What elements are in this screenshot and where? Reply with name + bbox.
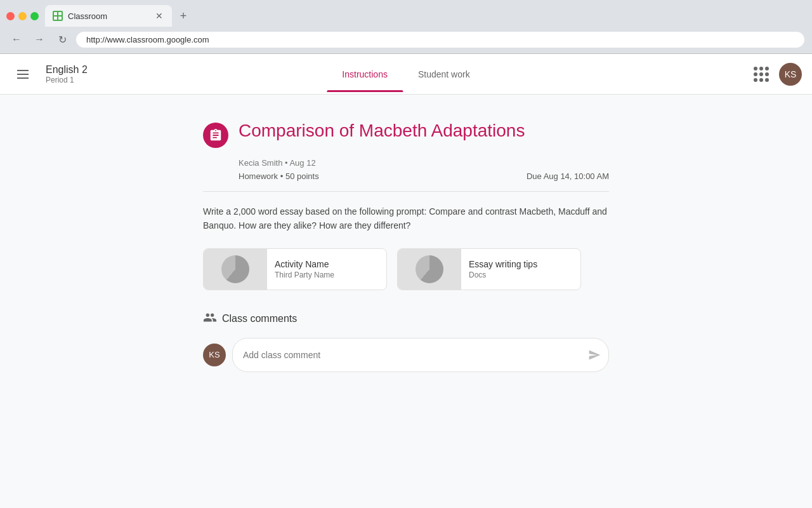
class-info: English 2 Period 1 <box>46 64 88 84</box>
attachment-info-essay-tips: Essay writing tips Docs <box>461 254 580 284</box>
assignment-due: Due Aug 14, 10:00 AM <box>527 171 609 181</box>
attachment-type-essay-tips: Docs <box>469 271 573 279</box>
content-wrapper: Comparison of Macbeth Adaptations Kecia … <box>190 120 622 372</box>
minimize-window-button[interactable] <box>18 12 27 20</box>
attachment-thumb-essay-tips <box>398 249 461 290</box>
pie-chart-icon-essay-tips <box>416 255 443 283</box>
hamburger-icon <box>17 70 29 79</box>
attachments-list: Activity Name Third Party Name Essay wri… <box>203 248 609 290</box>
tab-instructions[interactable]: Instructions <box>327 57 403 92</box>
grid-icon <box>754 67 769 82</box>
app-container: English 2 Period 1 Instructions Student … <box>0 54 812 508</box>
send-icon <box>588 349 601 361</box>
class-period: Period 1 <box>46 76 88 84</box>
attachment-type-activity: Third Party Name <box>275 271 379 279</box>
browser-addressbar: ← → ↻ <box>0 27 812 53</box>
new-tab-button[interactable]: + <box>174 7 192 25</box>
app-header: English 2 Period 1 Instructions Student … <box>0 54 812 95</box>
attachment-name-essay-tips: Essay writing tips <box>469 259 573 269</box>
assignment-type-points: Homework • 50 points <box>239 171 319 181</box>
svg-rect-0 <box>54 12 57 15</box>
maximize-window-button[interactable] <box>30 12 39 20</box>
comment-input-wrapper[interactable] <box>232 338 609 372</box>
svg-rect-3 <box>58 17 62 20</box>
browser-titlebar: Classroom ✕ + <box>0 0 812 27</box>
comment-input-row: KS <box>203 338 609 372</box>
menu-button[interactable] <box>10 62 36 87</box>
comments-header: Class comments <box>203 311 609 328</box>
clipboard-icon <box>209 128 223 142</box>
header-right: KS <box>749 62 802 87</box>
comments-section: Class comments KS <box>203 311 609 372</box>
assignment-icon <box>203 123 228 148</box>
attachment-thumb-activity <box>204 249 267 290</box>
attachment-card-essay-tips[interactable]: Essay writing tips Docs <box>397 248 581 290</box>
apps-button[interactable] <box>749 62 774 87</box>
browser-chrome: Classroom ✕ + ← → ↻ <box>0 0 812 54</box>
reload-button[interactable]: ↻ <box>53 30 71 48</box>
send-comment-button[interactable] <box>583 344 606 366</box>
tab-student-work[interactable]: Student work <box>403 57 485 92</box>
attachment-name-activity: Activity Name <box>275 259 379 269</box>
comments-label: Class comments <box>222 313 297 324</box>
class-name: English 2 <box>46 64 88 76</box>
comments-people-icon <box>203 311 217 328</box>
pie-chart-icon-activity <box>221 255 249 283</box>
svg-rect-1 <box>58 12 62 15</box>
comment-input[interactable] <box>243 350 583 360</box>
svg-rect-2 <box>54 17 57 20</box>
tab-title: Classroom <box>68 11 149 21</box>
attachment-info-activity: Activity Name Third Party Name <box>267 254 386 284</box>
user-comment-avatar: KS <box>203 344 226 366</box>
tab-close-button[interactable]: ✕ <box>154 11 164 21</box>
divider <box>203 191 609 192</box>
address-bar[interactable] <box>76 32 804 48</box>
main-content: Comparison of Macbeth Adaptations Kecia … <box>0 95 812 508</box>
assignment-meta-points: Homework • 50 points Due Aug 14, 10:00 A… <box>203 171 609 181</box>
back-button[interactable]: ← <box>8 30 25 48</box>
assignment-title: Comparison of Macbeth Adaptations <box>239 120 525 142</box>
browser-tab[interactable]: Classroom ✕ <box>45 5 172 27</box>
assignment-header: Comparison of Macbeth Adaptations <box>203 120 609 148</box>
assignment-description: Write a 2,000 word essay based on the fo… <box>203 204 609 233</box>
nav-tabs: Instructions Student work <box>327 57 485 92</box>
forward-button[interactable]: → <box>30 30 48 48</box>
user-avatar[interactable]: KS <box>779 63 802 86</box>
assignment-meta-author: Kecia Smith • Aug 12 <box>203 158 609 168</box>
window-controls <box>6 12 39 20</box>
attachment-card-activity[interactable]: Activity Name Third Party Name <box>203 248 387 290</box>
tab-favicon <box>53 11 63 21</box>
close-window-button[interactable] <box>6 12 15 20</box>
